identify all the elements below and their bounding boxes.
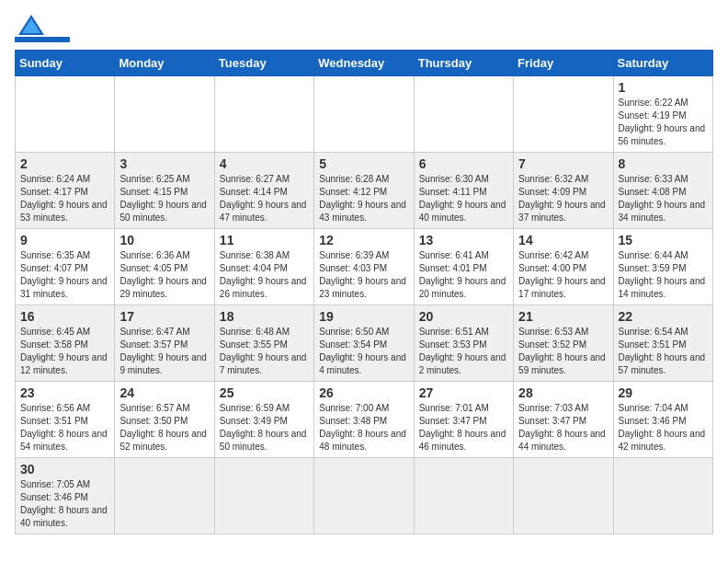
calendar-cell: 3Sunrise: 6:25 AM Sunset: 4:15 PM Daylig… (115, 153, 214, 229)
day-info: Sunrise: 6:56 AM Sunset: 3:51 PM Dayligh… (20, 402, 109, 454)
day-info: Sunrise: 6:47 AM Sunset: 3:57 PM Dayligh… (119, 326, 209, 377)
day-number: 26 (319, 385, 408, 400)
day-number: 12 (319, 233, 408, 247)
day-number: 11 (220, 233, 309, 247)
day-number: 29 (619, 385, 708, 400)
calendar-cell: 12Sunrise: 6:39 AM Sunset: 4:03 PM Dayli… (314, 229, 414, 305)
calendar-cell: 6Sunrise: 6:30 AM Sunset: 4:11 PM Daylig… (414, 153, 513, 229)
calendar-cell (613, 458, 712, 534)
logo-underline (15, 37, 70, 42)
calendar: SundayMondayTuesdayWednesdayThursdayFrid… (15, 50, 713, 534)
calendar-cell: 29Sunrise: 7:04 AM Sunset: 3:46 PM Dayli… (613, 382, 712, 458)
calendar-cell: 2Sunrise: 6:24 AM Sunset: 4:17 PM Daylig… (16, 153, 115, 229)
weekday-header-monday: Monday (115, 51, 214, 76)
day-number: 1 (619, 80, 708, 95)
day-info: Sunrise: 6:27 AM Sunset: 4:14 PM Dayligh… (220, 173, 309, 224)
weekday-header-wednesday: Wednesday (314, 51, 414, 76)
calendar-cell (115, 458, 214, 534)
day-number: 2 (20, 156, 109, 171)
day-info: Sunrise: 7:03 AM Sunset: 3:47 PM Dayligh… (518, 402, 608, 454)
day-info: Sunrise: 6:36 AM Sunset: 4:05 PM Dayligh… (119, 249, 209, 301)
day-info: Sunrise: 6:25 AM Sunset: 4:15 PM Dayligh… (119, 173, 209, 224)
calendar-week-row: 2Sunrise: 6:24 AM Sunset: 4:17 PM Daylig… (16, 153, 713, 229)
calendar-cell: 14Sunrise: 6:42 AM Sunset: 4:00 PM Dayli… (514, 229, 613, 305)
calendar-cell: 26Sunrise: 7:00 AM Sunset: 3:48 PM Dayli… (314, 382, 414, 458)
day-info: Sunrise: 6:45 AM Sunset: 3:58 PM Dayligh… (20, 326, 109, 377)
day-number: 30 (20, 462, 109, 477)
day-number: 15 (619, 233, 708, 247)
calendar-cell: 20Sunrise: 6:51 AM Sunset: 3:53 PM Dayli… (414, 305, 513, 382)
day-number: 20 (419, 309, 508, 324)
weekday-header-saturday: Saturday (613, 51, 712, 76)
day-info: Sunrise: 6:57 AM Sunset: 3:50 PM Dayligh… (119, 402, 209, 454)
day-info: Sunrise: 6:50 AM Sunset: 3:54 PM Dayligh… (319, 326, 408, 377)
calendar-cell: 13Sunrise: 6:41 AM Sunset: 4:01 PM Dayli… (414, 229, 513, 305)
day-info: Sunrise: 7:01 AM Sunset: 3:47 PM Dayligh… (419, 402, 508, 454)
day-info: Sunrise: 6:22 AM Sunset: 4:19 PM Dayligh… (619, 97, 708, 148)
calendar-cell: 11Sunrise: 6:38 AM Sunset: 4:04 PM Dayli… (214, 229, 313, 305)
calendar-cell: 8Sunrise: 6:33 AM Sunset: 4:08 PM Daylig… (613, 153, 712, 229)
day-number: 25 (220, 385, 309, 400)
calendar-cell: 22Sunrise: 6:54 AM Sunset: 3:51 PM Dayli… (613, 305, 712, 382)
calendar-cell: 10Sunrise: 6:36 AM Sunset: 4:05 PM Dayli… (115, 229, 214, 305)
day-info: Sunrise: 6:30 AM Sunset: 4:11 PM Dayligh… (419, 173, 508, 224)
day-number: 21 (518, 309, 608, 324)
calendar-cell: 19Sunrise: 6:50 AM Sunset: 3:54 PM Dayli… (314, 305, 414, 382)
day-info: Sunrise: 6:53 AM Sunset: 3:52 PM Dayligh… (518, 326, 608, 377)
day-number: 10 (119, 233, 209, 247)
day-number: 23 (20, 385, 109, 400)
day-info: Sunrise: 6:59 AM Sunset: 3:49 PM Dayligh… (220, 402, 309, 454)
day-info: Sunrise: 6:38 AM Sunset: 4:04 PM Dayligh… (220, 249, 309, 301)
calendar-cell (414, 458, 513, 534)
day-info: Sunrise: 6:24 AM Sunset: 4:17 PM Dayligh… (20, 173, 109, 224)
day-info: Sunrise: 7:05 AM Sunset: 3:46 PM Dayligh… (20, 478, 109, 530)
calendar-cell: 25Sunrise: 6:59 AM Sunset: 3:49 PM Dayli… (214, 382, 313, 458)
calendar-cell: 15Sunrise: 6:44 AM Sunset: 3:59 PM Dayli… (613, 229, 712, 305)
day-number: 9 (20, 233, 109, 247)
day-number: 28 (518, 385, 608, 400)
day-info: Sunrise: 6:51 AM Sunset: 3:53 PM Dayligh… (419, 326, 508, 377)
day-info: Sunrise: 7:04 AM Sunset: 3:46 PM Dayligh… (619, 402, 708, 454)
day-number: 18 (220, 309, 309, 324)
calendar-cell (214, 76, 313, 153)
calendar-cell: 23Sunrise: 6:56 AM Sunset: 3:51 PM Dayli… (16, 382, 115, 458)
day-info: Sunrise: 6:41 AM Sunset: 4:01 PM Dayligh… (419, 249, 508, 301)
calendar-cell (314, 458, 414, 534)
day-number: 27 (419, 385, 508, 400)
day-number: 17 (119, 309, 209, 324)
weekday-header-thursday: Thursday (414, 51, 513, 76)
calendar-cell (214, 458, 313, 534)
calendar-cell: 9Sunrise: 6:35 AM Sunset: 4:07 PM Daylig… (16, 229, 115, 305)
day-info: Sunrise: 6:54 AM Sunset: 3:51 PM Dayligh… (619, 326, 708, 377)
day-number: 14 (518, 233, 608, 247)
calendar-cell: 18Sunrise: 6:48 AM Sunset: 3:55 PM Dayli… (214, 305, 313, 382)
calendar-cell: 1Sunrise: 6:22 AM Sunset: 4:19 PM Daylig… (613, 76, 712, 153)
calendar-cell (16, 76, 115, 153)
calendar-cell: 4Sunrise: 6:27 AM Sunset: 4:14 PM Daylig… (214, 153, 313, 229)
day-info: Sunrise: 6:35 AM Sunset: 4:07 PM Dayligh… (20, 249, 109, 301)
day-number: 5 (319, 156, 408, 171)
calendar-cell: 16Sunrise: 6:45 AM Sunset: 3:58 PM Dayli… (16, 305, 115, 382)
day-number: 3 (119, 156, 209, 171)
weekday-header-tuesday: Tuesday (214, 51, 313, 76)
day-number: 22 (619, 309, 708, 324)
calendar-week-row: 16Sunrise: 6:45 AM Sunset: 3:58 PM Dayli… (16, 305, 713, 382)
day-info: Sunrise: 6:33 AM Sunset: 4:08 PM Dayligh… (619, 173, 708, 224)
day-number: 8 (619, 156, 708, 171)
day-number: 13 (419, 233, 508, 247)
calendar-week-row: 30Sunrise: 7:05 AM Sunset: 3:46 PM Dayli… (16, 458, 713, 534)
day-info: Sunrise: 7:00 AM Sunset: 3:48 PM Dayligh… (319, 402, 408, 454)
calendar-cell: 30Sunrise: 7:05 AM Sunset: 3:46 PM Dayli… (16, 458, 115, 534)
logo-bird-icon (18, 15, 44, 35)
calendar-cell: 28Sunrise: 7:03 AM Sunset: 3:47 PM Dayli… (514, 382, 613, 458)
calendar-week-row: 1Sunrise: 6:22 AM Sunset: 4:19 PM Daylig… (16, 76, 713, 153)
day-number: 6 (419, 156, 508, 171)
logo-icon (15, 15, 44, 35)
day-number: 19 (319, 309, 408, 324)
day-number: 24 (119, 385, 209, 400)
day-info: Sunrise: 6:48 AM Sunset: 3:55 PM Dayligh… (220, 326, 309, 377)
calendar-cell (414, 76, 513, 153)
day-info: Sunrise: 6:28 AM Sunset: 4:12 PM Dayligh… (319, 173, 408, 224)
day-info: Sunrise: 6:44 AM Sunset: 3:59 PM Dayligh… (619, 249, 708, 301)
day-number: 4 (220, 156, 309, 171)
